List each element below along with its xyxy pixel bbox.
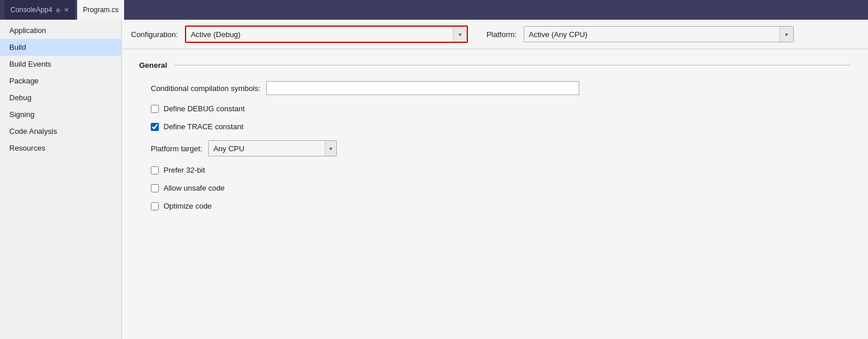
allow-unsafe-row: Allow unsafe code — [151, 184, 851, 192]
chevron-down-icon: ▾ — [459, 31, 462, 38]
sidebar-item-build-events-label: Build Events — [9, 60, 51, 68]
content-area: Configuration: Active (Debug) ▾ Platform… — [122, 20, 868, 339]
tab-console-app[interactable]: ConsoleApp4 ⊕ ✕ — [5, 0, 75, 20]
sidebar-item-application-label: Application — [9, 26, 46, 35]
sidebar-item-build[interactable]: Build — [0, 39, 121, 56]
sidebar-item-package-label: Package — [9, 76, 39, 85]
general-section-title: General — [139, 61, 167, 70]
config-bar: Configuration: Active (Debug) ▾ Platform… — [122, 20, 868, 49]
platform-dropdown-arrow: ▾ — [779, 27, 793, 42]
define-debug-checkbox[interactable] — [151, 105, 159, 113]
sidebar-item-build-label: Build — [9, 43, 26, 52]
main-layout: Application Build Build Events Package D… — [0, 20, 868, 339]
sidebar-item-build-events[interactable]: Build Events — [0, 56, 121, 72]
section-divider — [174, 65, 851, 65]
sidebar-item-application[interactable]: Application — [0, 22, 121, 39]
platform-target-label: Platform target: — [151, 144, 202, 153]
form-content: General Conditional compilation symbols:… — [122, 49, 868, 231]
sidebar-item-code-analysis[interactable]: Code Analysis — [0, 123, 121, 140]
define-debug-label: Define DEBUG constant — [164, 104, 245, 113]
general-section-header: General — [139, 61, 851, 70]
optimize-row: Optimize code — [151, 202, 851, 210]
platform-target-row: Platform target: Any CPU x86x64ARM ▾ — [151, 140, 851, 156]
sidebar: Application Build Build Events Package D… — [0, 20, 122, 339]
sidebar-item-debug[interactable]: Debug — [0, 89, 121, 106]
sidebar-item-code-analysis-label: Code Analysis — [9, 127, 57, 136]
sidebar-item-resources-label: Resources — [9, 144, 45, 152]
config-label: Configuration: — [131, 30, 178, 39]
optimize-checkbox[interactable] — [151, 202, 159, 210]
prefer-32bit-row: Prefer 32-bit — [151, 166, 851, 174]
sidebar-item-debug-label: Debug — [9, 93, 31, 102]
conditional-symbols-input[interactable] — [266, 81, 579, 95]
optimize-label: Optimize code — [164, 202, 212, 210]
config-dropdown[interactable]: Active (Debug) — [186, 27, 453, 42]
tab-console-app-close[interactable]: ✕ — [64, 6, 69, 14]
define-trace-row: Define TRACE constant — [151, 122, 851, 131]
conditional-symbols-row: Conditional compilation symbols: — [151, 81, 851, 95]
define-debug-row: Define DEBUG constant — [151, 104, 851, 113]
sidebar-item-signing[interactable]: Signing — [0, 106, 121, 123]
tab-program-cs[interactable]: Program.cs — [77, 0, 124, 20]
sidebar-item-signing-label: Signing — [9, 110, 34, 119]
define-trace-checkbox[interactable] — [151, 123, 159, 131]
chevron-down-icon-3: ▾ — [329, 145, 332, 152]
tab-program-cs-label: Program.cs — [83, 6, 118, 14]
platform-target-select[interactable]: Any CPU x86x64ARM — [209, 141, 325, 156]
config-dropdown-arrow: ▾ — [453, 27, 467, 42]
platform-target-arrow: ▾ — [325, 141, 336, 156]
platform-target-wrapper: Any CPU x86x64ARM ▾ — [208, 140, 337, 156]
allow-unsafe-label: Allow unsafe code — [164, 184, 225, 192]
tab-console-app-label: ConsoleApp4 — [10, 6, 52, 14]
title-bar: ConsoleApp4 ⊕ ✕ Program.cs — [0, 0, 868, 20]
define-trace-label: Define TRACE constant — [164, 122, 244, 131]
platform-dropdown[interactable]: Active (Any CPU) — [524, 27, 779, 42]
config-dropdown-wrapper: Active (Debug) ▾ — [185, 25, 468, 43]
sidebar-item-package[interactable]: Package — [0, 72, 121, 89]
allow-unsafe-checkbox[interactable] — [151, 184, 159, 192]
prefer-32bit-label: Prefer 32-bit — [164, 166, 205, 174]
chevron-down-icon-2: ▾ — [785, 31, 788, 38]
pin-icon: ⊕ — [56, 7, 60, 13]
prefer-32bit-checkbox[interactable] — [151, 166, 159, 174]
platform-label: Platform: — [486, 30, 517, 39]
conditional-symbols-label: Conditional compilation symbols: — [151, 84, 260, 93]
platform-dropdown-wrapper: Active (Any CPU) ▾ — [524, 26, 794, 42]
sidebar-item-resources[interactable]: Resources — [0, 140, 121, 156]
